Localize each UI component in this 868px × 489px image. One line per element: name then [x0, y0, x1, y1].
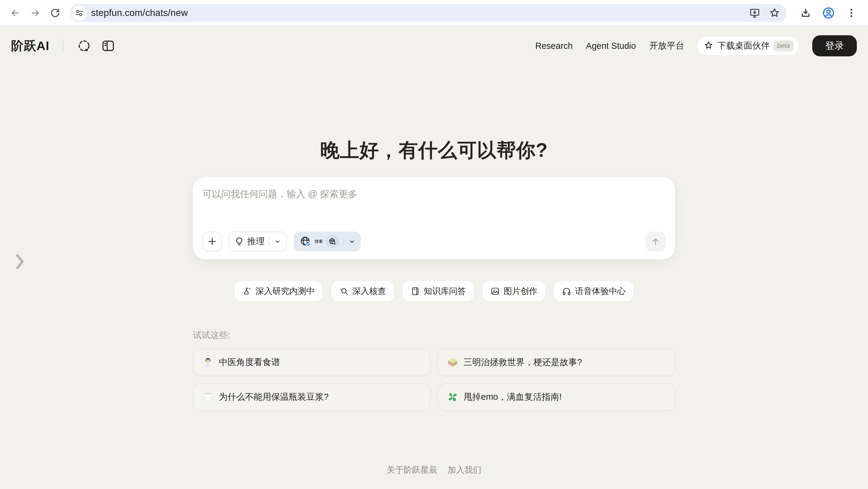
- suggestion-card-tcm-recipes[interactable]: 中医角度看食谱: [193, 348, 430, 376]
- knowledge-base-icon: [410, 286, 420, 296]
- toggle-sidebar-button[interactable]: [99, 37, 117, 55]
- back-arrow-icon: [10, 7, 21, 19]
- button-divider: [343, 237, 344, 246]
- sandwich-emoji: [447, 357, 458, 368]
- star-mascot-icon: [704, 41, 714, 51]
- chip-knowledge-base[interactable]: 知识库问答: [403, 281, 474, 302]
- stepfun-logo[interactable]: 阶跃AI: [11, 38, 50, 54]
- profile-avatar-icon: [822, 7, 835, 19]
- send-button[interactable]: [646, 232, 665, 251]
- refresh-icon: [50, 7, 61, 19]
- nav-open-platform[interactable]: 开放平台: [649, 40, 684, 52]
- chat-input[interactable]: [203, 177, 665, 200]
- kebab-menu-icon: [846, 7, 857, 19]
- chip-image-creation[interactable]: 图片创作: [483, 281, 545, 302]
- browser-forward-button[interactable]: [27, 4, 44, 22]
- plus-icon: [207, 237, 217, 246]
- chat-composer: 推理: [193, 177, 675, 259]
- deep-research-icon: [242, 286, 252, 296]
- download-desktop-button[interactable]: 下载桌面伙伴 beta: [698, 36, 799, 55]
- greeting-title: 晚上好，有什么可以帮你?: [0, 137, 868, 163]
- arrow-up-icon: [650, 236, 661, 247]
- site-header: 阶跃AI Research Agent Studio 开放平台: [0, 26, 868, 65]
- chip-voice-center[interactable]: 语音体验中心: [554, 281, 633, 302]
- voice-center-icon: [562, 286, 571, 296]
- search-label: 搜索: [315, 239, 323, 244]
- footer-about-link[interactable]: 关于阶跃星辰: [387, 464, 437, 476]
- nav-agent-studio[interactable]: Agent Studio: [586, 41, 636, 51]
- button-divider: [269, 237, 270, 246]
- lightbulb-icon: [235, 237, 244, 246]
- browser-toolbar: stepfun.com/chats/new: [0, 0, 868, 26]
- forward-arrow-icon: [30, 7, 41, 19]
- chip-deep-research[interactable]: 深入研究内测中: [235, 281, 322, 302]
- globe-check-icon: [300, 236, 312, 247]
- web-search-mode-button[interactable]: 搜索: [293, 232, 361, 251]
- footer-join-link[interactable]: 加入我们: [447, 464, 481, 476]
- attach-button[interactable]: [203, 232, 222, 251]
- search-scope-badge[interactable]: [326, 235, 339, 248]
- milk-glass-emoji: [203, 392, 213, 402]
- suggestion-card-sandwich[interactable]: 三明治拯救世界，梗还是故事?: [438, 348, 675, 376]
- composer-toolbar: 推理: [203, 232, 665, 251]
- suggestions-title: 试试这些:: [193, 329, 675, 341]
- downloads-button[interactable]: [797, 4, 814, 22]
- feature-chips-row: 深入研究内测中 深入核查: [0, 281, 868, 302]
- url-text: stepfun.com/chats/new: [91, 7, 743, 19]
- header-divider: [63, 39, 63, 52]
- bookmark-star-button[interactable]: [767, 5, 782, 21]
- clover-emoji: [447, 392, 458, 402]
- download-desktop-label: 下载桌面伙伴: [717, 40, 770, 52]
- chevron-right-icon: [15, 253, 25, 270]
- image-create-icon: [490, 286, 500, 296]
- sidebar-panel-icon: [101, 39, 116, 53]
- doctor-emoji: [203, 357, 213, 368]
- url-bar[interactable]: stepfun.com/chats/new: [70, 4, 786, 22]
- main-content: 晚上好，有什么可以帮你? 推理: [0, 137, 868, 411]
- browser-back-button[interactable]: [7, 4, 24, 22]
- browser-menu-button[interactable]: [843, 4, 860, 22]
- stepfun-page: 阶跃AI Research Agent Studio 开放平台: [0, 26, 868, 489]
- install-app-button[interactable]: [747, 5, 763, 21]
- browser-refresh-button[interactable]: [46, 4, 64, 22]
- site-footer: 关于阶跃星辰 加入我们: [0, 464, 868, 476]
- login-button[interactable]: 登录: [812, 35, 857, 56]
- expand-sidebar-button[interactable]: [11, 251, 28, 273]
- suggestion-cards: 中医角度看食谱 三明治拯救世界，梗还是故事?: [193, 348, 675, 411]
- nav-research[interactable]: Research: [535, 41, 572, 51]
- suggestions-section: 试试这些: 中医角度看食谱: [193, 329, 675, 411]
- suggestion-card-emo-recovery[interactable]: 甩掉emo，满血复活指南!: [438, 383, 675, 411]
- profile-button[interactable]: [820, 4, 837, 22]
- suggestion-card-thermos-soymilk[interactable]: 为什么不能用保温瓶装豆浆?: [193, 383, 430, 411]
- site-settings-icon[interactable]: [72, 5, 87, 21]
- download-icon: [800, 7, 811, 19]
- beta-badge: beta: [773, 40, 794, 51]
- chevron-down-icon: [348, 238, 356, 245]
- chevron-down-icon: [274, 238, 281, 245]
- chip-deep-verify[interactable]: 深入核查: [331, 281, 394, 302]
- reasoning-label: 推理: [247, 236, 265, 247]
- new-chat-button[interactable]: [75, 37, 93, 55]
- verify-search-icon: [339, 286, 349, 296]
- reasoning-mode-button[interactable]: 推理: [228, 232, 287, 251]
- dashed-circle-icon: [76, 38, 92, 53]
